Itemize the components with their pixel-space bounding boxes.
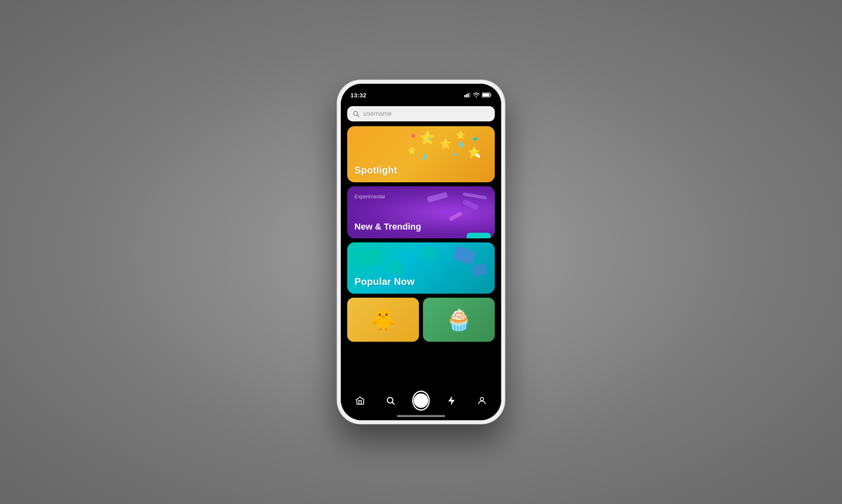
- flash-icon: [447, 395, 455, 406]
- nav-profile[interactable]: [473, 392, 491, 409]
- cyan-star: ✦: [451, 150, 457, 159]
- spotlight-card[interactable]: ⭐ ⭐ ⭐ ⭐ ⭐ ✦ ✦ ✦ S: [347, 126, 495, 182]
- home-indicator: [397, 415, 445, 417]
- trending-card[interactable]: Experimental New & Trending: [347, 186, 495, 238]
- rect-5: [419, 245, 438, 260]
- search-nav-icon: [386, 396, 395, 405]
- spotlight-label: Spotlight: [354, 165, 397, 176]
- svg-line-10: [393, 403, 395, 405]
- status-time: 13:32: [350, 92, 366, 99]
- phone-screen: 13:32: [341, 84, 501, 420]
- small-card-banana[interactable]: 🐥: [347, 298, 419, 342]
- confetti-2: [459, 142, 464, 147]
- shape-1: [427, 192, 448, 202]
- nav-search[interactable]: [382, 392, 399, 409]
- small-card-green[interactable]: 🧁: [423, 298, 495, 342]
- star-5: ⭐: [407, 146, 416, 155]
- screen-content: username ⭐ ⭐ ⭐ ⭐ ⭐ ✦ ✦: [341, 101, 501, 420]
- phone-device: 13:32: [337, 80, 505, 424]
- rect-4: [472, 263, 488, 277]
- rect-1: [358, 249, 383, 268]
- svg-rect-6: [483, 94, 490, 97]
- confetti-1: [411, 133, 416, 138]
- nav-flash[interactable]: [443, 392, 460, 409]
- rect-3: [453, 246, 477, 266]
- shape-2: [462, 199, 479, 210]
- green-emoji: 🧁: [446, 308, 472, 332]
- profile-icon: [477, 396, 487, 405]
- star-6: ✦: [472, 134, 479, 145]
- nav-camera[interactable]: [412, 392, 430, 409]
- trending-subtitle: Experimental: [354, 194, 385, 200]
- svg-line-8: [357, 115, 359, 117]
- svg-point-11: [480, 397, 484, 401]
- cyan-star-2: ✦: [427, 136, 432, 143]
- search-icon: [353, 111, 359, 117]
- nav-home[interactable]: [351, 392, 369, 409]
- search-bar[interactable]: username: [347, 106, 495, 121]
- status-icons: [464, 93, 492, 97]
- trending-label: New & Trending: [354, 222, 421, 232]
- svg-rect-1: [466, 94, 467, 97]
- svg-rect-5: [491, 94, 492, 96]
- shape-4: [463, 192, 487, 200]
- home-icon: [355, 396, 365, 405]
- svg-rect-0: [464, 95, 466, 97]
- rect-2: [386, 260, 405, 276]
- wifi-icon: [473, 93, 480, 97]
- confetti-4: [423, 154, 426, 160]
- signal-icon: [464, 93, 471, 97]
- star-3: ⭐: [455, 130, 466, 140]
- popular-label: Popular Now: [354, 276, 415, 287]
- phone-notch: [393, 84, 449, 96]
- teal-accent: [467, 233, 491, 238]
- battery-icon: [482, 93, 492, 97]
- cards-area: ⭐ ⭐ ⭐ ⭐ ⭐ ✦ ✦ ✦ S: [341, 126, 501, 387]
- search-container: username: [341, 101, 501, 126]
- search-placeholder: username: [363, 110, 392, 117]
- small-cards-row: 🐥 🧁: [347, 298, 495, 342]
- popular-card[interactable]: Popular Now: [347, 242, 495, 294]
- banana-emoji: 🐥: [370, 308, 396, 332]
- star-2: ⭐: [439, 138, 451, 149]
- svg-rect-3: [469, 93, 470, 97]
- camera-inner: [414, 393, 428, 408]
- camera-button[interactable]: [412, 391, 430, 411]
- svg-rect-2: [468, 93, 469, 97]
